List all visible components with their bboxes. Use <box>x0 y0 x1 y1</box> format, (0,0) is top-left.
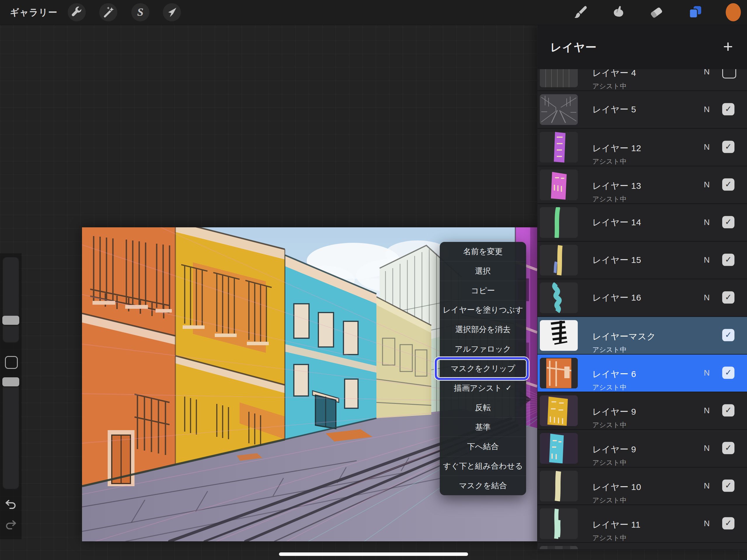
layer-visibility-checkbox[interactable]: ✓ <box>722 291 735 304</box>
blend-mode-button[interactable]: N <box>701 142 713 151</box>
blend-mode-button[interactable]: N <box>701 481 713 490</box>
menu-item-13[interactable]: マスクを結合 <box>440 476 526 495</box>
layer-visibility-checkbox[interactable]: ✓ <box>722 216 735 228</box>
layer-name: レイヤー 11 <box>592 519 641 531</box>
layer-thumbnail-green-stroke <box>540 207 578 238</box>
layer-row[interactable]: レイヤー 15 N✓ <box>538 241 747 279</box>
layer-name: レイヤー 13 <box>592 180 641 192</box>
layer-row[interactable]: レイヤー 10 アシスト中 N✓ <box>538 467 747 505</box>
layer-row[interactable]: レイヤー 13 アシスト中 N✓ <box>538 166 747 203</box>
layer-meta: レイヤー 8 <box>592 543 636 549</box>
blend-mode-button[interactable]: N <box>701 406 713 415</box>
layer-thumbnail-mint-stroke <box>540 508 578 539</box>
blend-mode-button[interactable]: N <box>701 443 713 453</box>
adjustments-button[interactable] <box>99 3 117 21</box>
menu-item-12[interactable]: すぐ下と組み合わせる <box>440 456 526 476</box>
layer-row[interactable]: レイヤー 16 N✓ <box>538 279 747 316</box>
layer-assist-label: アシスト中 <box>592 157 641 166</box>
menu-item-4[interactable]: レイヤーを塗りつぶす <box>440 300 526 320</box>
blend-mode-button[interactable]: N <box>701 180 713 189</box>
layer-row[interactable]: レイヤー 12 アシスト中 N✓ <box>538 128 747 166</box>
layer-thumbnail-orange-building <box>540 358 578 388</box>
layer-name: レイヤーマスク <box>592 331 656 342</box>
opacity-handle[interactable] <box>2 377 19 386</box>
menu-item-3[interactable]: コピー <box>440 281 526 300</box>
menu-item-1[interactable]: 名前を変更 <box>440 242 526 261</box>
layer-row[interactable]: レイヤーマスク アシスト中 ✓ <box>538 316 747 354</box>
brush-size-handle[interactable] <box>2 316 19 325</box>
actions-button[interactable] <box>68 3 86 21</box>
transform-button[interactable] <box>163 3 181 21</box>
brush-size-slider[interactable] <box>2 257 19 343</box>
layers-panel-button[interactable] <box>686 3 704 21</box>
layer-row[interactable]: レイヤー 11 アシスト中 N✓ <box>538 505 747 542</box>
layer-row[interactable]: レイヤー 14 N✓ <box>538 203 747 241</box>
wrench-icon <box>70 5 84 20</box>
layer-visibility-checkbox[interactable]: ✓ <box>722 178 735 190</box>
redo-button[interactable] <box>4 518 18 532</box>
layer-meta: レイヤー 15 <box>592 241 641 279</box>
layer-visibility-checkbox[interactable]: ✓ <box>722 366 735 379</box>
smudge-tool-button[interactable] <box>609 3 627 21</box>
selection-button[interactable]: S <box>131 3 149 21</box>
menu-item-5[interactable]: 選択部分を消去 <box>440 320 526 339</box>
layer-visibility-checkbox[interactable]: ✓ <box>722 517 735 529</box>
layer-visibility-checkbox[interactable]: ✓ <box>722 442 735 454</box>
menu-item-8[interactable]: 描画アシスト✓ <box>440 378 526 398</box>
layer-name: レイヤー 12 <box>592 143 641 154</box>
color-swatch <box>725 3 742 22</box>
blend-mode-button[interactable]: N <box>701 293 713 302</box>
undo-button[interactable] <box>4 498 18 511</box>
layer-assist-label: アシスト中 <box>592 195 641 204</box>
layer-options-menu: 名前を変更選択コピーレイヤーを塗りつぶす選択部分を消去アルファロックマスクをクリ… <box>440 242 526 495</box>
menu-item-7[interactable]: マスクをクリップ <box>440 359 526 378</box>
layer-thumbnail-yellow-building <box>540 396 578 426</box>
modify-button[interactable] <box>5 356 18 369</box>
layer-visibility-checkbox[interactable]: ✓ <box>722 141 735 153</box>
layer-row[interactable]: レイヤー 9 アシスト中 N✓ <box>538 391 747 429</box>
brush-icon <box>573 5 588 20</box>
layer-visibility-checkbox[interactable]: ✓ <box>722 480 735 492</box>
blend-mode-button[interactable]: N <box>701 518 713 528</box>
eraser-icon <box>649 5 664 20</box>
layer-assist-label: アシスト中 <box>592 533 641 542</box>
blend-mode-button[interactable]: N <box>701 218 713 227</box>
opacity-slider[interactable] <box>2 377 19 489</box>
layer-row[interactable]: レイヤー 5 N✓ <box>538 91 747 128</box>
layer-name: レイヤー 14 <box>592 217 641 229</box>
blend-mode-button[interactable]: N <box>701 104 713 114</box>
layer-name: レイヤー 5 <box>592 104 636 116</box>
procreate-app: ギャラリー S <box>0 0 747 560</box>
menu-item-6[interactable]: アルファロック <box>440 339 526 359</box>
blend-mode-button[interactable]: N <box>701 255 713 264</box>
eraser-tool-button[interactable] <box>647 3 665 21</box>
side-toolbar <box>0 253 22 539</box>
brush-tool-button[interactable] <box>572 3 590 21</box>
layer-visibility-checkbox[interactable]: ✓ <box>722 103 735 115</box>
layer-visibility-checkbox[interactable]: ✓ <box>722 329 735 341</box>
undo-icon <box>4 499 17 510</box>
gallery-button[interactable]: ギャラリー <box>10 0 57 25</box>
menu-item-2[interactable]: 選択 <box>440 261 526 281</box>
layer-row[interactable]: レイヤー 9 アシスト中 N✓ <box>538 429 747 467</box>
top-toolbar: ギャラリー S <box>0 0 747 25</box>
layer-visibility-checkbox[interactable]: ✓ <box>722 254 735 266</box>
layer-row[interactable]: レイヤー 8 N✓ <box>538 542 747 549</box>
menu-item-10[interactable]: 基準 <box>440 417 526 437</box>
menu-item-11[interactable]: 下へ結合 <box>440 437 526 456</box>
layer-thumbnail-cyan-building <box>540 433 578 464</box>
layer-thumbnail-yellow-stroke <box>540 245 578 276</box>
menu-item-9[interactable]: 反転 <box>440 398 526 417</box>
color-swatch-button[interactable] <box>724 3 742 21</box>
layers-panel: レイヤー 4 アシスト中 N レイヤー 5 N✓ レイヤー 12 アシスト中 N… <box>538 25 747 549</box>
blend-mode-button[interactable]: N <box>701 368 713 377</box>
layer-assist-label: アシスト中 <box>592 345 656 354</box>
yellow-building <box>175 227 285 464</box>
layer-assist-label: アシスト中 <box>592 82 636 91</box>
layer-thumbnail-sketch-street <box>540 94 578 125</box>
home-indicator[interactable] <box>279 553 468 556</box>
add-layer-button[interactable]: + <box>718 36 738 56</box>
layer-meta: レイヤー 14 <box>592 204 641 241</box>
layer-row[interactable]: レイヤー 6 アシスト中 N✓ <box>538 354 747 391</box>
layer-visibility-checkbox[interactable]: ✓ <box>722 404 735 416</box>
